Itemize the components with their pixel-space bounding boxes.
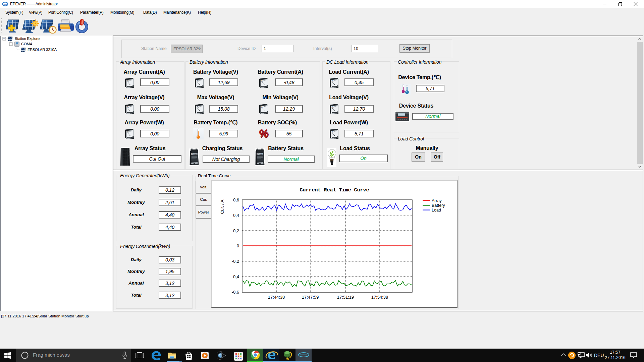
svg-text:Array: Array bbox=[432, 198, 442, 203]
svg-text:-0,2: -0,2 bbox=[232, 259, 239, 264]
svg-text:Load: Load bbox=[432, 208, 441, 213]
svg-text:0,2: 0,2 bbox=[233, 228, 239, 233]
svg-text:0,6: 0,6 bbox=[233, 197, 239, 202]
svg-text:-0,6: -0,6 bbox=[232, 290, 239, 295]
svg-text:eps: eps bbox=[4, 3, 7, 5]
svg-text:0: 0 bbox=[237, 243, 239, 248]
svg-text:17:47:59: 17:47:59 bbox=[302, 295, 319, 300]
svg-text:Current Real Time Curve: Current Real Time Curve bbox=[300, 187, 369, 193]
svg-text:Battery: Battery bbox=[432, 203, 445, 208]
svg-text:17:51:19: 17:51:19 bbox=[337, 295, 354, 300]
svg-text:0,4: 0,4 bbox=[233, 213, 239, 218]
svg-text:17:54:38: 17:54:38 bbox=[371, 295, 388, 300]
svg-text:-0,4: -0,4 bbox=[232, 274, 239, 279]
svg-text:17:44:38: 17:44:38 bbox=[268, 295, 285, 300]
svg-text:Cur. / A: Cur. / A bbox=[220, 199, 225, 214]
